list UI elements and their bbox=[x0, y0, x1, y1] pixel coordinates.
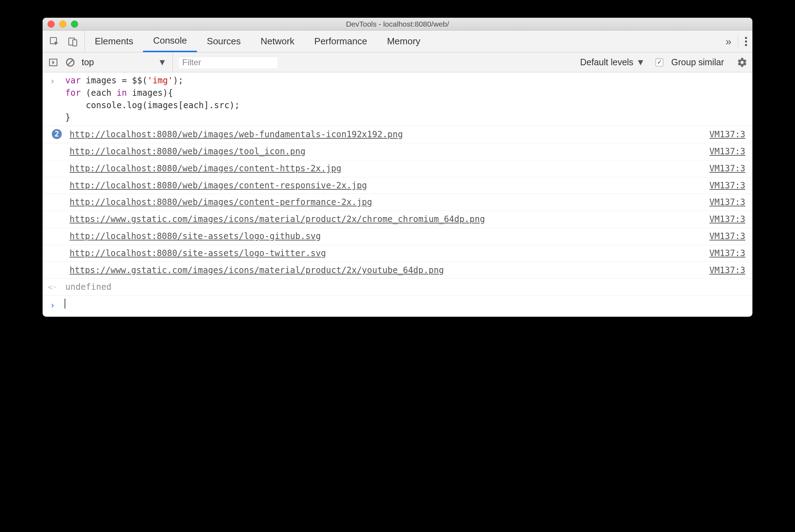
console-log-row: http://localhost:8080/site-assets/logo-g… bbox=[43, 228, 752, 245]
log-url-link[interactable]: http://localhost:8080/web/images/content… bbox=[70, 181, 367, 190]
log-url-link[interactable]: https://www.gstatic.com/images/icons/mat… bbox=[70, 265, 444, 275]
titlebar: DevTools - localhost:8080/web/ bbox=[43, 18, 752, 31]
chevron-down-icon: ▼ bbox=[158, 57, 167, 67]
filter-placeholder: Filter bbox=[182, 57, 201, 67]
console-log-row: http://localhost:8080/web/images/content… bbox=[43, 177, 752, 194]
log-source-link[interactable]: VM137:3 bbox=[702, 145, 745, 158]
log-url-link[interactable]: https://www.gstatic.com/images/icons/mat… bbox=[70, 214, 485, 224]
log-source-link[interactable]: VM137:3 bbox=[702, 247, 745, 260]
console-input-echo: › var images = $$('img'); for (each in i… bbox=[43, 72, 752, 126]
log-url-link[interactable]: http://localhost:8080/web/images/web-fun… bbox=[70, 129, 403, 139]
tab-sources[interactable]: Sources bbox=[197, 31, 251, 52]
return-value: undefined bbox=[59, 281, 111, 293]
tab-memory[interactable]: Memory bbox=[377, 31, 430, 52]
zoom-window-button[interactable] bbox=[71, 21, 78, 28]
group-similar-checkbox[interactable]: ✓ bbox=[656, 59, 663, 66]
tab-performance[interactable]: Performance bbox=[305, 31, 377, 52]
return-chevron-icon: <· bbox=[46, 281, 59, 293]
log-url-link[interactable]: http://localhost:8080/site-assets/logo-g… bbox=[70, 231, 321, 241]
clear-console-icon[interactable] bbox=[65, 57, 76, 68]
divider bbox=[738, 35, 738, 48]
devtools-window: DevTools - localhost:8080/web/ ElementsC… bbox=[43, 18, 752, 317]
console-prompt[interactable]: › bbox=[43, 296, 752, 317]
group-similar-label: Group similar bbox=[671, 57, 724, 67]
log-source-link[interactable]: VM137:3 bbox=[702, 128, 745, 141]
console-log-row: http://localhost:8080/site-assets/logo-t… bbox=[43, 245, 752, 262]
levels-label: Default levels bbox=[580, 57, 634, 67]
log-source-link[interactable]: VM137:3 bbox=[702, 213, 745, 226]
sidebar-toggle-icon[interactable] bbox=[48, 57, 59, 68]
chevron-down-icon: ▼ bbox=[636, 57, 645, 67]
console-log-row: https://www.gstatic.com/images/icons/mat… bbox=[43, 262, 752, 279]
console-log-row: http://localhost:8080/web/images/tool_ic… bbox=[43, 143, 752, 160]
log-source-link[interactable]: VM137:3 bbox=[702, 230, 745, 243]
log-url-link[interactable]: http://localhost:8080/web/images/content… bbox=[70, 197, 372, 207]
svg-rect-2 bbox=[73, 40, 77, 46]
svg-line-8 bbox=[68, 60, 73, 65]
inspect-element-icon[interactable] bbox=[49, 36, 60, 47]
tab-elements[interactable]: Elements bbox=[85, 31, 143, 52]
log-source-link[interactable]: VM137:3 bbox=[702, 196, 745, 209]
log-levels-selector[interactable]: Default levels ▼ bbox=[580, 57, 645, 67]
filter-input[interactable]: Filter bbox=[179, 56, 278, 69]
window-title: DevTools - localhost:8080/web/ bbox=[346, 20, 449, 28]
log-source-link[interactable]: VM137:3 bbox=[702, 179, 745, 192]
console-log-row: http://localhost:8080/web/images/content… bbox=[43, 160, 752, 177]
log-url-link[interactable]: http://localhost:8080/site-assets/logo-t… bbox=[70, 248, 326, 258]
gear-icon[interactable] bbox=[737, 57, 747, 68]
more-tabs-icon[interactable]: » bbox=[725, 35, 731, 48]
svg-point-3 bbox=[745, 37, 747, 39]
console-log-row: http://localhost:8080/web/images/content… bbox=[43, 194, 752, 211]
svg-point-4 bbox=[745, 40, 747, 43]
context-selector[interactable]: top ▼ bbox=[82, 52, 173, 72]
text-cursor bbox=[65, 299, 65, 309]
traffic-lights bbox=[48, 21, 78, 28]
minimize-window-button[interactable] bbox=[59, 21, 66, 28]
tab-console[interactable]: Console bbox=[143, 31, 197, 52]
repeat-count-badge: 2 bbox=[52, 129, 62, 139]
console-output: › var images = $$('img'); for (each in i… bbox=[43, 72, 752, 317]
svg-point-5 bbox=[745, 44, 747, 46]
console-log-row: 2http://localhost:8080/web/images/web-fu… bbox=[43, 126, 752, 143]
code-block: var images = $$('img'); for (each in ima… bbox=[59, 74, 240, 124]
prompt-chevron-icon: › bbox=[46, 299, 59, 312]
device-toolbar-icon[interactable] bbox=[67, 36, 78, 47]
return-value-row: <· undefined bbox=[43, 279, 752, 296]
log-url-link[interactable]: http://localhost:8080/web/images/tool_ic… bbox=[70, 146, 306, 156]
console-toolbar: top ▼ Filter Default levels ▼ ✓ Group si… bbox=[43, 52, 752, 72]
log-url-link[interactable]: http://localhost:8080/web/images/content… bbox=[70, 164, 341, 173]
context-label: top bbox=[82, 57, 94, 67]
console-log-row: https://www.gstatic.com/images/icons/mat… bbox=[43, 211, 752, 228]
log-source-link[interactable]: VM137:3 bbox=[702, 264, 745, 277]
tab-network[interactable]: Network bbox=[251, 31, 304, 52]
close-window-button[interactable] bbox=[48, 21, 55, 28]
input-chevron-icon: › bbox=[46, 74, 59, 88]
kebab-menu-icon[interactable] bbox=[745, 36, 747, 47]
tab-bar: ElementsConsoleSourcesNetworkPerformance… bbox=[43, 31, 752, 52]
log-source-link[interactable]: VM137:3 bbox=[702, 162, 745, 175]
